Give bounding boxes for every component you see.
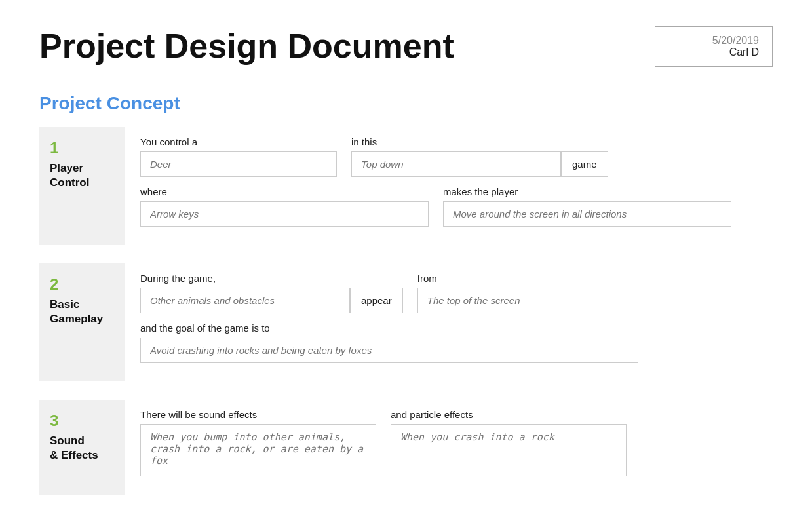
from-group: from: [417, 273, 627, 313]
date-box: 5/20/2019 Carl D: [655, 26, 773, 67]
top-of-screen-input[interactable]: [417, 288, 627, 313]
from-label: from: [417, 273, 627, 284]
gameplay-row2: and the goal of the game is to: [140, 322, 773, 363]
sound-effects-group: There will be sound effects: [140, 409, 376, 476]
section-label-2: 2 BasicGameplay: [39, 263, 125, 381]
during-game-label: During the game,: [140, 273, 403, 284]
deer-input[interactable]: [140, 151, 337, 177]
appear-label: appear: [350, 288, 403, 313]
where-label: where: [140, 186, 429, 197]
section-content-3: There will be sound effects and particle…: [140, 400, 773, 495]
makes-player-group: makes the player: [443, 186, 731, 227]
goal-group: and the goal of the game is to: [140, 322, 638, 363]
in-this-label: in this: [351, 136, 608, 147]
author: Carl D: [668, 47, 759, 58]
you-control-label: You control a: [140, 136, 337, 147]
in-this-group: in this game: [351, 136, 608, 177]
you-control-group: You control a: [140, 136, 337, 177]
sound-row1: There will be sound effects and particle…: [140, 409, 773, 476]
section-basic-gameplay: 2 BasicGameplay During the game, appear …: [39, 263, 773, 381]
section-label-1: 1 PlayerControl: [39, 127, 125, 245]
player-control-row2: where makes the player: [140, 186, 773, 227]
game-label: game: [561, 151, 608, 177]
other-animals-input[interactable]: [140, 288, 350, 313]
particle-effects-label: and particle effects: [391, 409, 627, 420]
section-num-3: 3: [50, 412, 58, 430]
section-sound-effects: 3 Sound& Effects There will be sound eff…: [39, 400, 773, 495]
header: Project Design Document 5/20/2019 Carl D: [39, 26, 773, 67]
top-down-input[interactable]: [351, 151, 561, 177]
where-group: where: [140, 186, 429, 227]
particle-effects-input[interactable]: [391, 424, 627, 476]
section-label-3: 3 Sound& Effects: [39, 400, 125, 495]
arrow-keys-input[interactable]: [140, 201, 429, 227]
main-title: Project Design Document: [39, 26, 454, 66]
gameplay-row1: During the game, appear from: [140, 273, 773, 313]
section-content-2: During the game, appear from and the goa…: [140, 263, 773, 381]
section-name-1: PlayerControl: [50, 161, 89, 190]
particle-effects-group: and particle effects: [391, 409, 627, 476]
goal-label: and the goal of the game is to: [140, 322, 638, 334]
makes-player-label: makes the player: [443, 186, 731, 197]
during-game-group: During the game, appear: [140, 273, 403, 313]
sound-effects-input[interactable]: [140, 424, 376, 476]
project-concept-title: Project Concept: [39, 93, 773, 114]
section-content-1: You control a in this game where makes t…: [140, 127, 773, 245]
goal-input[interactable]: [140, 338, 638, 363]
date: 5/20/2019: [668, 35, 759, 47]
player-control-row1: You control a in this game: [140, 136, 773, 177]
section-player-control: 1 PlayerControl You control a in this ga…: [39, 127, 773, 245]
section-num-1: 1: [50, 139, 58, 157]
move-around-input[interactable]: [443, 201, 731, 227]
sound-effects-label: There will be sound effects: [140, 409, 376, 420]
section-name-2: BasicGameplay: [50, 298, 103, 326]
section-num-2: 2: [50, 275, 58, 294]
section-name-3: Sound& Effects: [50, 434, 98, 463]
